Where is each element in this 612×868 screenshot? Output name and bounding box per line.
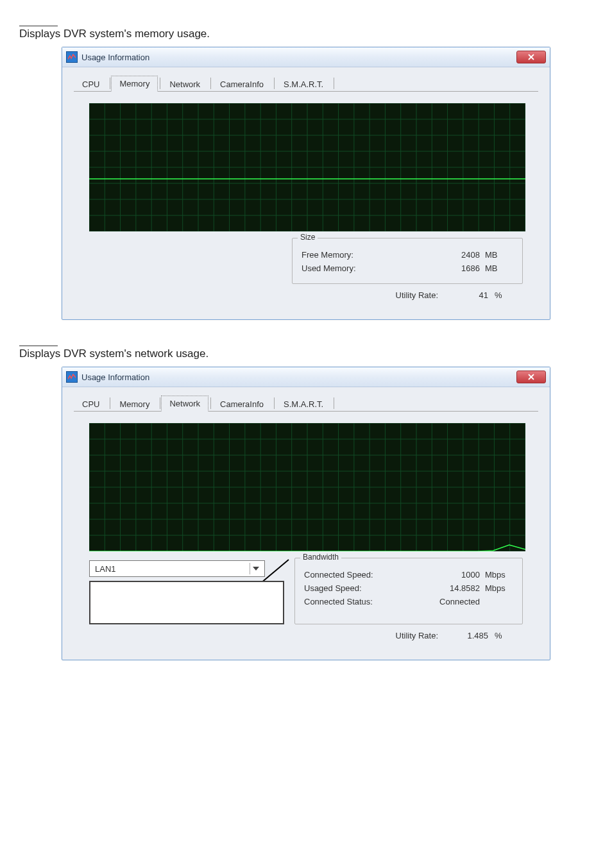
memory-utility-value: 41: [450, 290, 488, 300]
chevron-down-icon: [250, 563, 262, 574]
connected-speed-value: 1000: [426, 570, 485, 580]
tab-network[interactable]: Network: [161, 396, 208, 412]
tab-cpu[interactable]: CPU: [74, 396, 108, 412]
tab-memory[interactable]: Memory: [111, 396, 158, 412]
titlebar: Usage Information: [62, 367, 550, 387]
app-icon: [66, 51, 78, 63]
connected-speed-label: Connected Speed:: [304, 570, 426, 580]
used-memory-unit: MB: [485, 263, 513, 273]
app-icon: [66, 371, 78, 383]
svg-marker-80: [253, 567, 259, 571]
tab-smart[interactable]: S.M.A.R.T.: [275, 396, 332, 412]
free-memory-label: Free Memory:: [302, 250, 426, 260]
size-group-label: Size: [298, 233, 318, 242]
usaged-speed-value: 14.8582: [426, 583, 485, 593]
usaged-speed-unit: Mbps: [485, 583, 513, 593]
tab-smart[interactable]: S.M.A.R.T.: [275, 76, 332, 92]
network-usage-graph: [89, 423, 525, 551]
memory-usage-graph: [89, 103, 525, 231]
used-memory-value: 1686: [426, 263, 485, 273]
memory-utility-label: Utility Rate:: [396, 290, 438, 300]
window-title: Usage Information: [81, 53, 516, 62]
titlebar: Usage Information: [62, 47, 550, 67]
usaged-speed-label: Usaged Speed:: [304, 583, 426, 593]
network-utility-value: 1.485: [450, 631, 488, 640]
network-utility-label: Utility Rate:: [396, 631, 438, 640]
bandwidth-group-label: Bandwidth: [300, 553, 341, 562]
usage-info-window-memory: Usage Information CPU Memory Network Cam…: [62, 47, 550, 320]
tab-camerainfo[interactable]: CameraInfo: [212, 76, 272, 92]
memory-section-caption: Displays DVR system's memory usage.: [19, 28, 612, 40]
lan-select[interactable]: LAN1: [89, 560, 265, 577]
connected-speed-unit: Mbps: [485, 570, 513, 580]
size-groupbox: Size Free Memory: 2408 MB Used Memory: 1…: [292, 238, 523, 284]
network-utility-unit: %: [495, 631, 514, 640]
usage-info-window-network: Usage Information CPU Memory Network Cam…: [62, 367, 550, 660]
connected-status-value: Connected: [439, 597, 485, 606]
tabstrip: CPU Memory Network CameraInfo S.M.A.R.T.: [74, 75, 538, 92]
tab-network[interactable]: Network: [161, 76, 208, 92]
network-section-caption: Displays DVR system's network usage.: [19, 347, 612, 360]
close-button[interactable]: [516, 51, 546, 63]
annotation-box: [89, 581, 284, 624]
bandwidth-groupbox: Bandwidth Connected Speed: 1000 Mbps Usa…: [294, 558, 523, 624]
memory-utility-unit: %: [495, 290, 514, 300]
free-memory-value: 2408: [426, 250, 485, 260]
connected-status-label: Connected Status:: [304, 597, 439, 606]
used-memory-label: Used Memory:: [302, 263, 426, 273]
tabstrip: CPU Memory Network CameraInfo S.M.A.R.T.: [74, 395, 538, 412]
window-title: Usage Information: [81, 372, 516, 382]
free-memory-unit: MB: [485, 250, 513, 260]
tab-cpu[interactable]: CPU: [74, 76, 108, 92]
close-button[interactable]: [516, 371, 546, 383]
lan-select-value: LAN1: [95, 564, 250, 574]
tab-memory[interactable]: Memory: [111, 76, 158, 92]
tab-camerainfo[interactable]: CameraInfo: [212, 396, 272, 412]
